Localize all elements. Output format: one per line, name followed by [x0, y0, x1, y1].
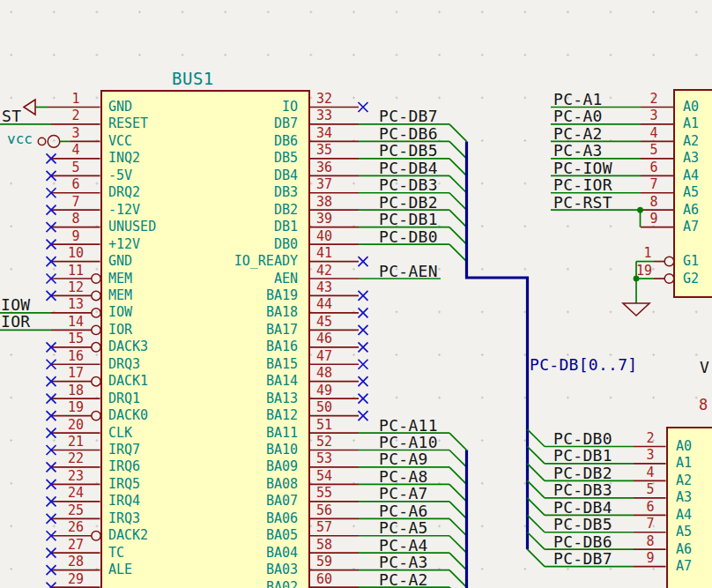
- net-label[interactable]: PC-DB7: [553, 551, 612, 567]
- bus-entry[interactable]: [449, 227, 467, 244]
- bus-entry[interactable]: [528, 429, 545, 446]
- no-connect-icon[interactable]: [359, 394, 368, 404]
- net-label[interactable]: PC-DB0: [379, 229, 438, 245]
- bus-entry[interactable]: [449, 518, 467, 535]
- net-label[interactable]: PC-A7: [379, 486, 428, 502]
- bus-entry[interactable]: [449, 467, 467, 484]
- label-ior[interactable]: IOR: [1, 314, 30, 330]
- no-connect-icon[interactable]: [359, 360, 368, 369]
- bus-entry[interactable]: [449, 159, 467, 175]
- power-port-icon[interactable]: [38, 138, 45, 145]
- pin-number: 5: [636, 143, 671, 157]
- no-connect-icon[interactable]: [359, 325, 368, 335]
- net-label[interactable]: PC-DB1: [553, 448, 612, 464]
- hier-label-arrow-icon[interactable]: [24, 100, 35, 115]
- no-connect-icon[interactable]: [359, 257, 368, 266]
- pin-name: DB5: [122, 151, 298, 166]
- net-label[interactable]: PC-A10: [379, 435, 438, 450]
- no-connect-icon[interactable]: [359, 102, 368, 112]
- bus-entry[interactable]: [449, 433, 467, 450]
- bus-entry[interactable]: [528, 464, 545, 480]
- net-label[interactable]: PC-A6: [379, 503, 428, 519]
- net-label[interactable]: PC-DB1: [379, 212, 438, 227]
- pin-number: 3: [633, 448, 668, 462]
- label-iow[interactable]: IOW: [1, 297, 30, 313]
- net-label[interactable]: PC-A0: [553, 108, 603, 124]
- no-connect-icon[interactable]: [359, 308, 368, 317]
- bus-entry[interactable]: [449, 175, 467, 192]
- net-label[interactable]: PC-DB4: [553, 500, 612, 516]
- net-label[interactable]: PC-DB2: [553, 465, 612, 481]
- pin-number: 25: [58, 503, 93, 517]
- no-connect-icon[interactable]: [359, 376, 368, 386]
- bus-entry[interactable]: [528, 498, 545, 515]
- pin-name: A7: [676, 559, 692, 574]
- bus-entry[interactable]: [449, 450, 467, 467]
- net-label[interactable]: PC-DB4: [379, 160, 438, 176]
- no-connect-icon[interactable]: [359, 342, 368, 352]
- pin-number: 45: [307, 315, 342, 329]
- no-connect-icon[interactable]: [359, 291, 368, 301]
- bus-entry[interactable]: [528, 515, 545, 532]
- pin-number: 8: [58, 212, 93, 226]
- bus-entry[interactable]: [449, 244, 467, 261]
- net-label[interactable]: PC-A2: [379, 572, 428, 588]
- bus-entry[interactable]: [528, 549, 545, 566]
- pin-name: A3: [683, 151, 699, 166]
- bus-entry[interactable]: [449, 141, 467, 158]
- net-label[interactable]: PC-A8: [379, 469, 428, 485]
- pin-name: DB7: [122, 116, 298, 131]
- pin-number: 56: [307, 503, 342, 517]
- bus-entry[interactable]: [449, 210, 467, 227]
- bus-entry[interactable]: [528, 480, 545, 497]
- net-label[interactable]: PC-DB5: [379, 143, 438, 159]
- bus-entry[interactable]: [449, 502, 467, 518]
- net-label[interactable]: PC-IOW: [553, 160, 612, 176]
- net-label[interactable]: PC-DB3: [553, 482, 612, 498]
- gnd-symbol-icon[interactable]: [623, 303, 649, 316]
- pin-number: 50: [307, 400, 342, 414]
- pin-number: 57: [307, 520, 342, 534]
- bus1-reference[interactable]: BUS1: [172, 71, 214, 87]
- net-label[interactable]: PC-A3: [553, 143, 603, 159]
- no-connect-icon[interactable]: [359, 411, 368, 421]
- pin-name: BA08: [122, 477, 298, 492]
- net-label[interactable]: PC-DB5: [553, 517, 612, 532]
- net-label[interactable]: PC-DB6: [553, 534, 612, 550]
- net-label[interactable]: PC-A11: [379, 418, 438, 434]
- bus-entry[interactable]: [449, 484, 467, 501]
- net-label[interactable]: PC-AEN: [379, 264, 438, 279]
- pin-number: 39: [307, 212, 342, 226]
- net-label[interactable]: PC-A4: [379, 538, 428, 554]
- net-label[interactable]: PC-A9: [379, 451, 428, 467]
- net-label[interactable]: PC-A1: [553, 92, 603, 108]
- net-label[interactable]: PC-DB7: [379, 108, 438, 124]
- bus-entry[interactable]: [449, 553, 467, 569]
- bus-entry[interactable]: [449, 124, 467, 141]
- bus-entry[interactable]: [449, 536, 467, 553]
- label-vcc[interactable]: vcc: [7, 132, 33, 146]
- pin-name: A2: [676, 473, 692, 488]
- bus-line-data[interactable]: [467, 141, 528, 549]
- net-label[interactable]: PC-IOR: [553, 177, 612, 193]
- label-rst-partial[interactable]: ST: [2, 108, 21, 124]
- net-label[interactable]: PC-DB3: [379, 177, 438, 193]
- net-label[interactable]: PC-RST: [553, 195, 612, 211]
- pin-number: 51: [307, 418, 342, 432]
- bus-entry[interactable]: [449, 193, 467, 210]
- bus-entry[interactable]: [449, 570, 467, 587]
- bus-entry[interactable]: [528, 447, 545, 464]
- net-label[interactable]: PC-DB0: [553, 431, 612, 447]
- bus-entry[interactable]: [528, 532, 545, 549]
- net-label[interactable]: PC-DB2: [379, 195, 438, 211]
- pin-name: BA12: [122, 408, 298, 423]
- bus-net-label[interactable]: PC-DB[0..7]: [530, 357, 638, 373]
- net-label[interactable]: PC-DB6: [379, 126, 438, 142]
- pin-number: 52: [307, 435, 342, 449]
- net-label[interactable]: PC-A3: [379, 555, 428, 570]
- pin-number: 46: [307, 331, 342, 346]
- net-label[interactable]: PC-A2: [553, 126, 603, 142]
- pin-name: A4: [683, 168, 699, 183]
- net-label[interactable]: PC-A5: [379, 520, 428, 536]
- pin-number: 19: [58, 400, 93, 414]
